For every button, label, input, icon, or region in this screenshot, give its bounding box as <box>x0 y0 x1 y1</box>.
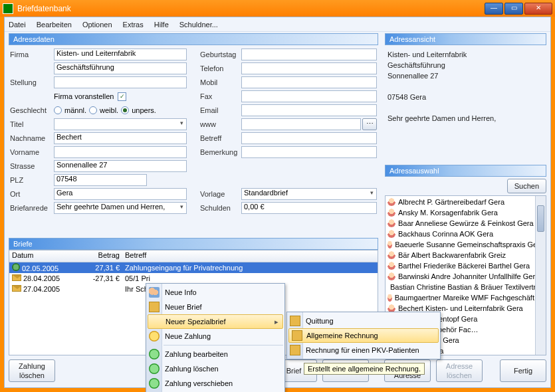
nachname-label: Nachname <box>10 134 54 142</box>
vorname-label: Vorname <box>10 148 54 156</box>
firma-input-2[interactable]: Geschäftsführung <box>54 62 187 74</box>
person-icon <box>388 230 395 238</box>
window-title: Briefdatenbank <box>17 4 485 13</box>
menu-schuldner[interactable]: Schuldner... <box>179 21 218 29</box>
geburtstag-label: Geburtstag <box>200 50 241 58</box>
close-button[interactable]: ✕ <box>524 3 552 15</box>
list-item[interactable]: Ansky M. Korsagenfabrik Gera <box>386 207 545 218</box>
col-betrag[interactable]: Betrag <box>82 250 122 262</box>
firma-input-1[interactable]: Kisten- und Leiternfabrik <box>54 49 187 60</box>
stellung-input[interactable] <box>54 76 187 88</box>
list-item[interactable]: Barwinski Andre Johanniter Unfallhilfe G… <box>386 271 545 282</box>
context-submenu: QuittungAllgemeine RechnungRechnung für … <box>286 312 441 359</box>
telefon-input[interactable] <box>241 62 377 74</box>
schulden-input[interactable]: 0,00 € <box>241 202 377 214</box>
globe-icon <box>12 263 20 271</box>
plz-input[interactable]: 07548 <box>54 174 147 186</box>
firma-label: Firma <box>10 50 54 58</box>
menu-item[interactable]: Neue Info <box>146 285 284 300</box>
list-item[interactable]: Bär Albert Backwarenfabrik Greiz <box>386 250 545 260</box>
list-item[interactable]: Baeuerle Susanne Gemeinschaftspraxis Ger… <box>386 239 545 250</box>
adressdaten-panel: Adressdaten Firma Kisten- und Leiternfab… <box>9 33 378 218</box>
www-browse-button[interactable]: ⋯ <box>362 118 377 130</box>
menubar: Datei Bearbeiten Optionen Extras Hilfe S… <box>5 17 550 32</box>
menu-item[interactable]: Neuer Spezialbrief <box>148 314 283 329</box>
person-icon <box>388 198 395 206</box>
menu-bearbeiten[interactable]: Bearbeiten <box>37 21 72 29</box>
gender-male-radio[interactable] <box>54 106 62 114</box>
ort-label: Ort <box>10 190 54 198</box>
betreff-input[interactable] <box>241 132 377 144</box>
email-label: Email <box>200 106 241 114</box>
titel-dropdown[interactable] <box>54 118 187 130</box>
menu-item[interactable]: Quittung <box>287 314 440 328</box>
email-input[interactable] <box>241 104 377 116</box>
gender-female-radio[interactable] <box>89 106 97 114</box>
coinp-icon <box>149 378 160 389</box>
col-betreff[interactable]: Betreff <box>122 250 378 262</box>
titel-label: Titel <box>10 120 54 128</box>
fax-input[interactable] <box>241 90 377 102</box>
adressansicht-panel: Adressansicht Kisten- und Leiternfabrik … <box>385 33 546 128</box>
fertig-button[interactable]: Fertig <box>500 359 546 382</box>
briefe-header: Briefe <box>9 238 378 250</box>
mail-icon <box>12 274 21 281</box>
briefanrede-label: Briefanrede <box>10 204 54 212</box>
table-row[interactable]: 02.05.200527,31 €Zahlungseingang für Pri… <box>9 262 378 273</box>
list-item[interactable]: Backhaus Corinna AOK Gera <box>386 229 545 239</box>
context-menu: Neue InfoNeuer BriefNeuer SpezialbriefNe… <box>146 283 285 392</box>
person-icon <box>388 294 392 302</box>
schulden-label: Schulden <box>200 204 241 212</box>
menu-optionen[interactable]: Optionen <box>82 21 112 29</box>
menu-item[interactable]: Zahlung löschen <box>146 361 284 376</box>
vorlage-dropdown[interactable]: Standardbrief <box>241 188 377 200</box>
fax-label: Fax <box>200 92 241 100</box>
ort-input[interactable]: Gera <box>54 188 187 200</box>
stellung-label: Stellung <box>10 78 54 86</box>
menu-datei[interactable]: Datei <box>9 21 26 29</box>
zahlung-loeschen-button[interactable]: Zahlung löschen <box>9 359 55 382</box>
mail-icon <box>149 302 160 312</box>
coinp-icon <box>149 349 160 359</box>
bemerkung-input[interactable] <box>241 146 377 158</box>
list-item[interactable]: Albrecht P. Gärtnereibedarf Gera <box>386 197 545 207</box>
menu-item[interactable]: Zahlung bearbeiten <box>146 347 284 361</box>
adressansicht-text: Kisten- und Leiternfabrik Geschäftsführu… <box>385 45 546 128</box>
person-icon <box>388 219 395 227</box>
telefon-label: Telefon <box>200 64 241 72</box>
gender-unpers-radio[interactable] <box>121 106 129 114</box>
adresse-loeschen-button[interactable]: Adresse löschen <box>436 359 483 382</box>
list-item[interactable]: Baar Anneliese Gewürze & Feinkost Gera <box>386 218 545 229</box>
listbox-scrollbar[interactable] <box>535 196 546 355</box>
betreff-label: Betreff <box>200 134 241 142</box>
menu-hilfe[interactable]: Hilfe <box>154 21 169 29</box>
www-input[interactable] <box>241 118 361 130</box>
adressansicht-header: Adressansicht <box>385 33 546 45</box>
geburtstag-input[interactable] <box>241 49 377 60</box>
strasse-input[interactable]: Sonnenallee 27 <box>54 160 187 172</box>
minimize-button[interactable]: — <box>485 3 503 15</box>
strasse-label: Strasse <box>10 162 54 170</box>
maximize-button[interactable]: ▭ <box>504 3 523 15</box>
list-item[interactable]: Baumgaertner Mareike WMF Fachgeschäft … <box>386 292 545 303</box>
list-item[interactable]: Barthel Friederike Bäckerei Barthel Gera <box>386 260 545 271</box>
list-item[interactable]: Bastian Christine Bastian & Bräuer Texti… <box>386 282 545 292</box>
vorname-input[interactable] <box>54 146 187 158</box>
menu-item[interactable]: Rechnung für einen PKV-Patienten <box>287 343 440 357</box>
menu-item[interactable]: Neue Zahlung <box>146 329 284 343</box>
firma-voranstellen-checkbox[interactable]: ✓ <box>118 92 126 101</box>
col-datum[interactable]: Datum <box>9 250 82 262</box>
person-icon <box>388 251 395 259</box>
menu-item[interactable]: Zahlung verschieben <box>146 376 284 391</box>
coin-icon <box>149 331 160 342</box>
adressdaten-header: Adressdaten <box>9 33 378 45</box>
briefanrede-dropdown[interactable]: Sehr geehrte Damen und Herren, <box>54 202 187 214</box>
menu-item[interactable]: Allgemeine Rechnung <box>288 328 439 343</box>
table-row[interactable]: 28.04.2005-27,31 €05/1 Pri <box>9 273 378 284</box>
person-icon <box>388 262 395 270</box>
menu-item[interactable]: Neuer Brief <box>146 300 284 314</box>
suchen-button[interactable]: Suchen <box>507 179 546 193</box>
mobil-input[interactable] <box>241 76 377 88</box>
nachname-input[interactable]: Bechert <box>54 132 187 144</box>
menu-extras[interactable]: Extras <box>123 21 144 29</box>
